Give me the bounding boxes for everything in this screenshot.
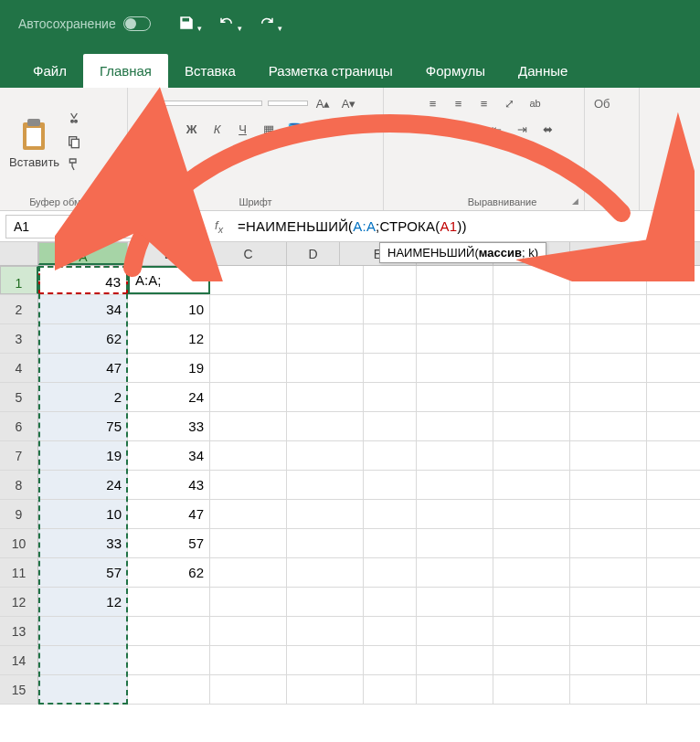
cell[interactable] <box>493 529 570 557</box>
cell[interactable] <box>417 412 493 440</box>
align-top-button[interactable]: ≡ <box>423 93 443 113</box>
column-header-A[interactable]: A <box>38 242 128 265</box>
cell[interactable]: 12 <box>128 324 210 353</box>
cell[interactable] <box>287 675 364 704</box>
orientation-button[interactable]: ⤢ <box>500 93 520 113</box>
row-header[interactable]: 1 <box>0 266 38 294</box>
cell[interactable] <box>493 500 570 528</box>
cell[interactable] <box>287 617 364 645</box>
cell[interactable]: 10 <box>128 295 210 323</box>
autosave-toggle[interactable]: Автосохранение <box>18 16 151 31</box>
cell[interactable] <box>210 529 287 557</box>
cell[interactable]: 24 <box>128 383 210 411</box>
cell[interactable]: 33 <box>38 529 128 557</box>
cell[interactable] <box>570 558 647 587</box>
cell[interactable] <box>287 529 364 557</box>
paste-button[interactable]: Вставить <box>9 117 59 169</box>
cell[interactable] <box>287 295 364 323</box>
tab-data[interactable]: Данные <box>502 54 584 88</box>
redo-button[interactable] <box>259 15 282 34</box>
cell[interactable]: 75 <box>38 412 128 440</box>
cell[interactable] <box>417 529 493 557</box>
cell[interactable] <box>417 471 493 499</box>
cell[interactable] <box>493 266 570 294</box>
row-header[interactable]: 8 <box>0 471 38 499</box>
cell[interactable] <box>210 412 287 440</box>
fill-color-button[interactable]: 🪣 <box>284 119 304 139</box>
row-header[interactable]: 5 <box>0 383 38 411</box>
cell[interactable] <box>493 646 570 674</box>
align-center-button[interactable]: ≡ <box>436 119 456 139</box>
fx-icon[interactable]: fx <box>215 218 223 235</box>
cell[interactable] <box>417 441 493 470</box>
cell[interactable] <box>493 558 570 587</box>
tab-insert[interactable]: Вставка <box>168 54 252 88</box>
cell[interactable] <box>493 324 570 353</box>
align-left-button[interactable]: ≡ <box>410 119 430 139</box>
wrap-text-button[interactable]: ab <box>525 93 546 113</box>
cell[interactable] <box>287 354 364 382</box>
tab-file[interactable]: Файл <box>16 54 83 88</box>
cell[interactable] <box>210 383 287 411</box>
cell[interactable]: 43 <box>38 266 128 294</box>
align-middle-button[interactable]: ≡ <box>449 93 469 113</box>
formula-input[interactable]: =НАИМЕНЬШИЙ(A:A;СТРОКА(A1)) <box>230 218 700 234</box>
cell[interactable] <box>417 646 493 674</box>
cell[interactable]: 2 <box>38 383 128 411</box>
cell[interactable] <box>364 617 417 645</box>
row-header[interactable]: 14 <box>0 646 38 674</box>
font-family-select[interactable] <box>153 101 262 106</box>
cell[interactable] <box>493 412 570 440</box>
cell[interactable] <box>570 412 647 440</box>
cell[interactable] <box>570 354 647 382</box>
cell[interactable] <box>210 441 287 470</box>
cut-button[interactable] <box>65 110 83 131</box>
cell[interactable] <box>287 383 364 411</box>
copy-button[interactable] <box>65 132 83 154</box>
cell[interactable] <box>364 646 417 674</box>
font-size-select[interactable] <box>268 101 308 106</box>
cell[interactable] <box>493 354 570 382</box>
cell[interactable] <box>210 324 287 353</box>
cell[interactable] <box>210 617 287 645</box>
cell[interactable] <box>570 646 647 674</box>
cell[interactable] <box>364 471 417 499</box>
cell[interactable] <box>364 324 417 353</box>
cell[interactable] <box>38 646 128 674</box>
cell[interactable] <box>210 471 287 499</box>
row-header[interactable]: 6 <box>0 412 38 440</box>
cell[interactable] <box>128 675 210 704</box>
cell[interactable] <box>364 266 417 294</box>
borders-button[interactable]: ▦ <box>259 119 279 139</box>
cell[interactable] <box>417 588 493 616</box>
increase-indent-button[interactable]: ⇥ <box>513 119 533 139</box>
decrease-indent-button[interactable]: ⇤ <box>487 119 507 139</box>
row-header[interactable]: 3 <box>0 324 38 353</box>
cell[interactable] <box>570 383 647 411</box>
tab-page-layout[interactable]: Разметка страницы <box>252 54 409 88</box>
decrease-font-button[interactable]: A▾ <box>339 93 359 113</box>
cell[interactable] <box>417 354 493 382</box>
save-button[interactable] <box>178 15 202 34</box>
cell[interactable] <box>287 441 364 470</box>
cell[interactable]: 24 <box>38 471 128 499</box>
cell[interactable] <box>364 412 417 440</box>
cell[interactable]: 19 <box>38 441 128 470</box>
active-cell[interactable]: A:A; <box>128 266 210 294</box>
cell[interactable]: 57 <box>38 558 128 587</box>
cell[interactable]: 34 <box>128 441 210 470</box>
bold-button[interactable]: Ж <box>182 119 202 139</box>
cell[interactable] <box>287 558 364 587</box>
column-header-D[interactable]: D <box>287 242 340 265</box>
column-header-C[interactable]: C <box>210 242 287 265</box>
cell[interactable] <box>210 588 287 616</box>
cell[interactable] <box>364 588 417 616</box>
cell[interactable] <box>570 324 647 353</box>
cell[interactable] <box>287 412 364 440</box>
cell[interactable]: 62 <box>38 324 128 353</box>
row-header[interactable]: 13 <box>0 617 38 645</box>
cell[interactable] <box>38 617 128 645</box>
format-painter-button[interactable] <box>65 155 83 176</box>
cell[interactable] <box>417 617 493 645</box>
align-right-button[interactable]: ≡ <box>461 119 482 139</box>
